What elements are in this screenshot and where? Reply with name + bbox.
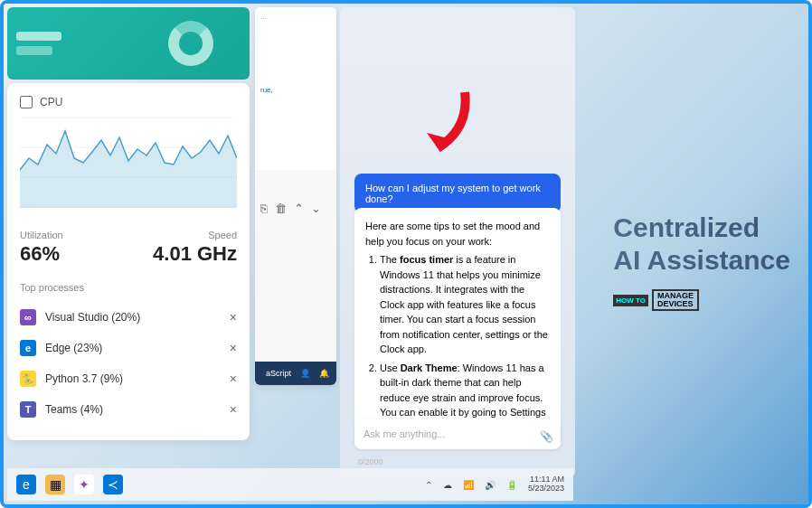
wifi-icon[interactable]: 📶 (463, 480, 474, 490)
close-icon[interactable]: × (230, 402, 237, 417)
send-icon[interactable]: 📎 (540, 430, 553, 443)
promo-logo: HOW TO MANAGEDEVICES (613, 289, 699, 311)
ai-panel: How can I adjust my system to get work d… (340, 7, 575, 477)
close-icon[interactable]: × (230, 310, 237, 325)
battery-icon[interactable]: 🔋 (506, 480, 517, 490)
taskbar-date[interactable]: 5/23/2023 (528, 484, 564, 494)
edge-icon: e (20, 340, 36, 356)
copy-icon[interactable]: ⎘ (260, 202, 268, 215)
char-count: 0/2000 (358, 457, 383, 466)
chevron-up-icon[interactable]: ⌃ (425, 480, 432, 490)
ai-tip-1: The focus timer is a feature in Windows … (380, 252, 550, 357)
close-icon[interactable]: × (230, 372, 237, 386)
ai-reply: Here are some tips to set the mood and h… (354, 208, 561, 449)
bell-icon[interactable]: 🔔 (319, 369, 329, 378)
delete-icon[interactable]: 🗑 (275, 202, 287, 215)
code-window: ... rue, ⎘ 🗑 ⌃ ⌄ aScript👤🔔 (255, 7, 336, 385)
cloud-icon[interactable]: ☁ (443, 480, 452, 490)
utilization-value: 66% (20, 242, 63, 266)
arrow-annotation (401, 83, 483, 165)
python-icon: 🐍 (20, 371, 36, 387)
taskbar: e ▦ ✦ ≺ ⌃ ☁ 📶 🔊 🔋 11:11 AM5/23/2023 (7, 468, 573, 501)
utilization-label: Utilization (20, 230, 63, 240)
donut-chart-icon (168, 21, 213, 66)
close-icon[interactable]: × (230, 341, 237, 355)
code-snippet: ... rue, (255, 7, 336, 170)
process-row: eEdge (23%)× (20, 333, 237, 363)
promo-text: Centralized AI Assistance HOW TO MANAGED… (613, 212, 790, 311)
taskbar-copilot-icon[interactable]: ✦ (74, 475, 94, 494)
person-icon[interactable]: 👤 (300, 369, 310, 378)
process-row: ∞Visual Studio (20%)× (20, 302, 237, 333)
speed-value: 4.01 GHz (153, 242, 237, 266)
taskbar-edge-icon[interactable]: e (16, 475, 36, 494)
cpu-title: CPU (40, 96, 62, 108)
speed-label: Speed (153, 230, 237, 240)
volume-icon[interactable]: 🔊 (485, 480, 496, 490)
cpu-chart (20, 118, 237, 208)
visual-studio-icon: ∞ (20, 309, 36, 325)
teams-icon: T (20, 401, 36, 418)
cpu-icon (20, 96, 33, 108)
taskbar-files-icon[interactable]: ▦ (45, 475, 65, 494)
dashboard-widget (7, 7, 250, 80)
chevron-down-icon[interactable]: ⌄ (311, 202, 321, 215)
chevron-up-icon[interactable]: ⌃ (294, 202, 304, 215)
language-label: aScript (266, 369, 291, 378)
ai-input[interactable]: Ask me anything... (354, 419, 561, 448)
process-row: 🐍Python 3.7 (9%)× (20, 363, 237, 394)
cpu-card: CPU Utilization66% Speed4.01 GHz Top pro… (7, 83, 250, 440)
process-row: TTeams (4%)× (20, 394, 237, 425)
top-processes-label: Top processes (20, 282, 237, 293)
taskbar-vscode-icon[interactable]: ≺ (103, 475, 123, 494)
